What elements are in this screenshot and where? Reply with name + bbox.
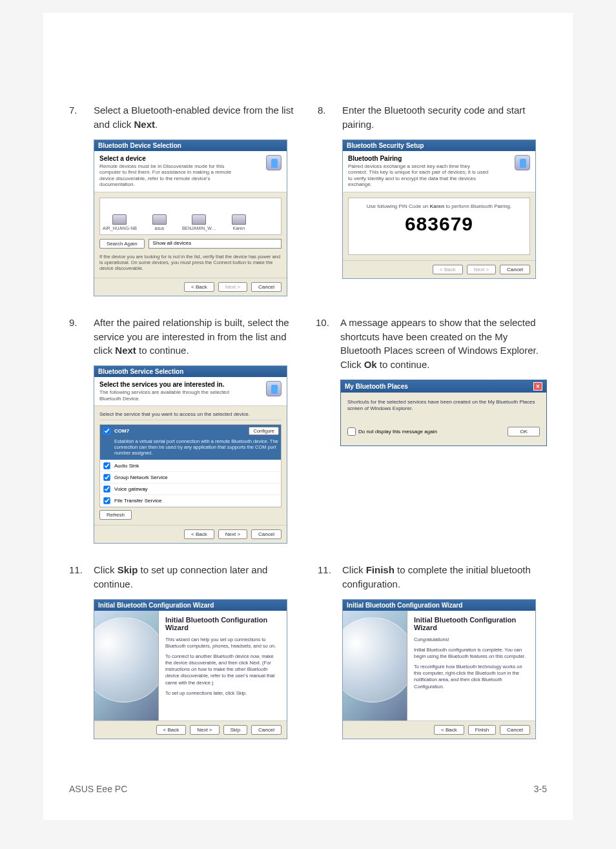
service-checkbox[interactable] [103, 463, 110, 469]
message-dialog: My Bluetooth Places × Shortcuts for the … [340, 380, 547, 446]
step-number: 8. [318, 103, 331, 118]
wizard-text: This wizard can help you set up connecti… [165, 637, 280, 650]
step-text: Click Finish to complete the initial blu… [342, 563, 547, 591]
service-item[interactable]: File Transfer Service [100, 495, 281, 507]
service-item[interactable]: Audio Sink [100, 460, 281, 472]
service-label: Select the service that you want to acce… [99, 411, 282, 420]
next-button[interactable]: Next > [218, 282, 247, 292]
dialog-heading: Bluetooth Pairing [348, 155, 490, 162]
device-list[interactable]: AIR_HUANG-NB asus BENJAMIN_W… Karen [99, 198, 282, 235]
wizard-text: To reconfigure how Bluetooth technology … [414, 664, 529, 690]
finish-button[interactable]: Finish [468, 725, 496, 735]
dialog-subtext: Paired devices exchange a secret key eac… [348, 163, 490, 188]
bluetooth-icon [266, 381, 282, 396]
footer-right: 3-5 [534, 784, 547, 794]
refresh-button[interactable]: Refresh [99, 510, 132, 520]
step-text: A message appears to show that the selec… [340, 316, 547, 372]
device-item[interactable]: BENJAMIN_W… [182, 214, 216, 230]
step-number: 11. [69, 563, 82, 577]
wizard-text: To set up connections later, click Skip. [165, 690, 280, 697]
step-number: 11. [318, 563, 331, 577]
step-number: 7. [69, 103, 82, 118]
step-7: 7. Select a Bluetooth-enabled device fro… [69, 103, 298, 296]
device-selection-dialog: Bluetooth Device Selection Select a devi… [94, 139, 287, 296]
dialog-heading: Select a device [99, 155, 241, 162]
wizard-text: To connect to another Bluetooth device n… [165, 653, 280, 686]
device-item[interactable]: Karen [232, 214, 246, 230]
dialog-title: My Bluetooth Places × [341, 380, 546, 393]
show-devices-select[interactable]: Show all devices [149, 239, 282, 249]
dont-show-checkbox[interactable]: Do not display this message again [347, 427, 437, 436]
step-11a: 11. Click Skip to set up connection late… [69, 563, 298, 739]
message-text: Shortcuts for the selected services have… [347, 399, 540, 413]
step-11b: 11. Click Finish to complete the initial… [318, 563, 547, 739]
wizard-text: Congratulations! [414, 637, 529, 643]
back-button[interactable]: < Back [184, 282, 214, 292]
next-button[interactable]: Next > [190, 725, 219, 735]
service-list: COM7 Establish a virtual serial port con… [99, 424, 282, 507]
wizard-dialog: Initial Bluetooth Configuration Wizard I… [94, 599, 287, 739]
step-8: 8. Enter the Bluetooth security code and… [318, 103, 547, 279]
step-text: After the paired relationship is built, … [94, 316, 296, 358]
page-footer: ASUS Eee PC 3-5 [69, 784, 547, 794]
wizard-finish-dialog: Initial Bluetooth Configuration Wizard I… [342, 599, 536, 739]
dialog-subtext: The following services are available thr… [99, 389, 241, 402]
security-setup-dialog: Bluetooth Security Setup Bluetooth Pairi… [342, 139, 536, 279]
dialog-title: Initial Bluetooth Configuration Wizard [94, 600, 287, 611]
service-item[interactable]: Voice gateway [100, 484, 281, 495]
step-text: Select a Bluetooth-enabled device from t… [94, 103, 298, 132]
cancel-button[interactable]: Cancel [251, 282, 282, 292]
pin-message: Use following PIN Code on Karen to perfo… [353, 203, 526, 209]
wizard-image [343, 611, 407, 721]
next-button[interactable]: Next > [467, 265, 496, 274]
wizard-heading: Initial Bluetooth Configuration Wizard [414, 616, 529, 631]
dialog-title: Initial Bluetooth Configuration Wizard [343, 600, 535, 611]
bluetooth-icon [266, 155, 282, 170]
pin-code: 683679 [353, 213, 526, 235]
next-button[interactable]: Next > [218, 529, 247, 539]
back-button[interactable]: < Back [184, 529, 214, 539]
step-9: 9. After the paired relationship is buil… [69, 316, 296, 544]
cancel-button[interactable]: Cancel [500, 725, 530, 735]
device-item[interactable]: AIR_HUANG-NB [103, 214, 137, 230]
service-checkbox[interactable] [103, 428, 110, 435]
close-icon[interactable]: × [533, 382, 542, 391]
device-item[interactable]: asus [152, 214, 167, 230]
wizard-text: Initial Bluetooth configuration is compl… [414, 647, 529, 660]
step-text: Click Skip to set up connection later an… [94, 563, 298, 591]
wizard-heading: Initial Bluetooth Configuration Wizard [165, 616, 280, 631]
service-checkbox[interactable] [103, 486, 110, 493]
cancel-button[interactable]: Cancel [251, 529, 282, 539]
back-button[interactable]: < Back [433, 265, 463, 274]
cancel-button[interactable]: Cancel [500, 265, 530, 274]
footer-left: ASUS Eee PC [69, 784, 127, 794]
service-item[interactable]: Group Network Service [100, 472, 281, 484]
dialog-title: Bluetooth Security Setup [343, 140, 535, 151]
ok-button[interactable]: OK [508, 427, 540, 436]
bluetooth-icon [515, 155, 530, 170]
service-checkbox[interactable] [103, 475, 110, 481]
step-number: 9. [69, 316, 82, 330]
step-text: Enter the Bluetooth security code and st… [342, 103, 547, 132]
wizard-image [94, 611, 159, 721]
search-again-button[interactable]: Search Again [99, 239, 145, 249]
step-10: 10. A message appears to show that the s… [316, 316, 547, 446]
service-checkbox[interactable] [103, 498, 110, 504]
back-button[interactable]: < Back [156, 725, 187, 735]
hint-text: If the device you are looking for is not… [99, 252, 282, 272]
back-button[interactable]: < Back [434, 725, 464, 735]
cancel-button[interactable]: Cancel [251, 725, 282, 735]
configure-button[interactable]: Configure [249, 427, 279, 435]
service-selection-dialog: Bluetooth Service Selection Select the s… [94, 365, 287, 544]
dialog-heading: Select the services you are interested i… [99, 381, 241, 388]
dialog-subtext: Remote devices must be in Discoverable m… [99, 163, 241, 188]
dialog-title: Bluetooth Device Selection [94, 140, 287, 151]
dialog-title: Bluetooth Service Selection [94, 366, 287, 377]
step-number: 10. [316, 316, 329, 330]
service-item-selected[interactable]: COM7 Establish a virtual serial port con… [100, 425, 281, 460]
skip-button[interactable]: Skip [223, 725, 248, 735]
